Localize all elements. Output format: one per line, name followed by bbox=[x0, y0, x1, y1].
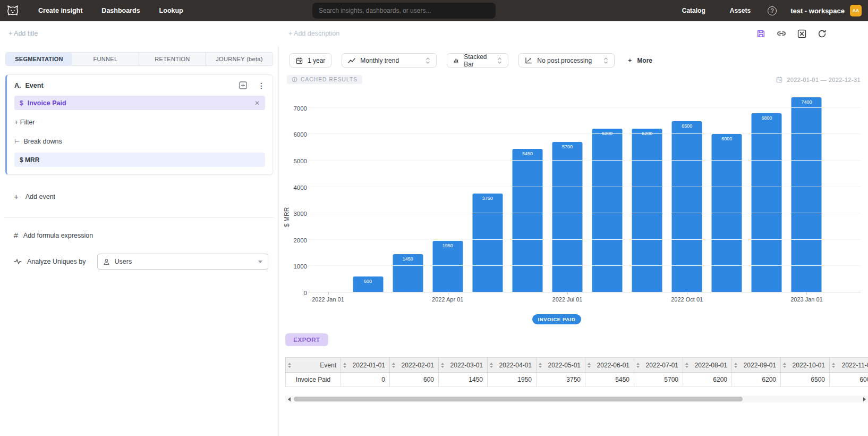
x-tick-mark bbox=[448, 292, 448, 295]
sort-icon[interactable] bbox=[490, 363, 493, 368]
nav-item-dashboards[interactable]: Dashboards bbox=[101, 7, 140, 14]
duplicate-event-icon[interactable] bbox=[239, 81, 247, 89]
table-cell-value: 5700 bbox=[634, 373, 683, 387]
table-header-2022-08-01[interactable]: 2022-08-01 bbox=[683, 358, 732, 373]
table-header-2022-03-01[interactable]: 2022-03-01 bbox=[439, 358, 488, 373]
bar-slot: 6000 bbox=[707, 90, 747, 292]
add-filter-button[interactable]: + Filter bbox=[14, 119, 265, 126]
chart-toolbar: 1 year Monthly trend Stacked Bar No post… bbox=[290, 53, 652, 68]
help-icon[interactable]: ? bbox=[768, 6, 777, 15]
tab-retention[interactable]: RETENTION bbox=[139, 53, 206, 65]
add-formula-label: Add formula expression bbox=[23, 232, 93, 239]
add-event-button[interactable]: + Add event bbox=[14, 192, 278, 201]
bar-slot: 600 bbox=[348, 90, 388, 292]
selected-event-row[interactable]: $ Invoice Paid ✕ bbox=[14, 96, 265, 110]
tab-journey[interactable]: JOURNEY (beta) bbox=[206, 53, 273, 65]
scroll-right-icon[interactable] bbox=[861, 397, 868, 401]
global-search-input[interactable] bbox=[312, 3, 496, 19]
nav-item-lookup[interactable]: Lookup bbox=[159, 7, 183, 14]
sort-icon[interactable] bbox=[832, 363, 835, 368]
more-options-button[interactable]: + More bbox=[628, 57, 652, 64]
save-icon[interactable] bbox=[756, 29, 765, 38]
sort-icon[interactable] bbox=[783, 363, 786, 368]
insight-header: + Add title + Add description bbox=[0, 21, 868, 46]
date-range-button[interactable]: 1 year bbox=[290, 53, 331, 68]
nav-item-create-insight[interactable]: Create insight bbox=[38, 7, 82, 14]
table-header-2022-01-01[interactable]: 2022-01-01 bbox=[341, 358, 390, 373]
chart-type-select[interactable]: Stacked Bar bbox=[447, 53, 508, 68]
breakdowns-button[interactable]: ⊢ Break downs bbox=[14, 138, 265, 145]
bar-value-label: 6500 bbox=[672, 123, 702, 129]
clear-icon[interactable] bbox=[797, 29, 806, 38]
event-menu-icon[interactable]: ⋮ bbox=[258, 82, 265, 89]
copy-link-icon[interactable] bbox=[777, 29, 786, 38]
table-header-2022-02-01[interactable]: 2022-02-01 bbox=[390, 358, 439, 373]
bar-2022-04-01[interactable]: 1950 bbox=[432, 241, 463, 292]
table-header-2022-11-01[interactable]: 2022-11-01 bbox=[830, 358, 868, 373]
bar-slot: 5700 bbox=[547, 90, 587, 292]
bar-slot: 6500 bbox=[667, 90, 707, 292]
table-header-event[interactable]: Event bbox=[286, 358, 341, 373]
chevron-down-icon bbox=[258, 261, 262, 263]
bar-2022-05-01[interactable]: 3750 bbox=[472, 194, 503, 292]
add-description-button[interactable]: + Add description bbox=[288, 30, 339, 37]
analyze-entity-select[interactable]: Users bbox=[97, 254, 268, 270]
scrollbar-thumb[interactable] bbox=[294, 397, 743, 401]
bar-2022-10-01[interactable]: 6500 bbox=[672, 121, 702, 292]
remove-event-icon[interactable]: ✕ bbox=[254, 99, 260, 107]
add-title-button[interactable]: + Add title bbox=[8, 30, 38, 37]
scrollbar-track[interactable] bbox=[293, 396, 861, 403]
post-processing-select[interactable]: No post processing bbox=[518, 53, 615, 68]
tab-segmentation[interactable]: SEGMENTATION bbox=[6, 53, 72, 65]
bar-slot: 1950 bbox=[428, 90, 467, 292]
bar-2022-03-01[interactable]: 1450 bbox=[393, 254, 423, 292]
tab-funnel[interactable]: FUNNEL bbox=[72, 53, 139, 65]
bar-2022-08-01[interactable]: 6200 bbox=[592, 129, 623, 292]
sort-icon[interactable] bbox=[288, 363, 291, 368]
cached-results-label: CACHED RESULTS bbox=[301, 77, 358, 82]
legend-item-invoice-paid[interactable]: INVOICE PAID bbox=[532, 314, 582, 324]
event-card: A. Event ⋮ $ Invoice Paid ✕ + Filter ⊢ B… bbox=[5, 74, 273, 175]
table-header-label: 2022-03-01 bbox=[450, 362, 483, 369]
sort-icon[interactable] bbox=[392, 363, 395, 368]
pulse-icon bbox=[14, 258, 22, 265]
table-header-2022-10-01[interactable]: 2022-10-01 bbox=[781, 358, 830, 373]
breakdown-metric-row[interactable]: $ MRR bbox=[14, 153, 265, 167]
bar-2023-01-01[interactable]: 7400 bbox=[792, 97, 822, 292]
add-formula-button[interactable]: # Add formula expression bbox=[14, 231, 278, 240]
bar-slot: 3750 bbox=[467, 90, 507, 292]
results-table: Event2022-01-012022-02-012022-03-012022-… bbox=[285, 357, 868, 387]
export-button[interactable]: EXPORT bbox=[285, 333, 328, 346]
avatar[interactable]: AA bbox=[850, 5, 862, 16]
x-tick-mark bbox=[567, 292, 568, 295]
table-header-2022-05-01[interactable]: 2022-05-01 bbox=[537, 358, 585, 373]
app-logo-cat-icon[interactable] bbox=[6, 5, 19, 16]
table-cell-event: Invoice Paid bbox=[286, 373, 341, 387]
refresh-icon[interactable] bbox=[818, 29, 827, 38]
bar-2022-06-01[interactable]: 5450 bbox=[512, 149, 542, 292]
sort-icon[interactable] bbox=[734, 363, 737, 368]
add-event-label: Add event bbox=[25, 193, 55, 200]
table-header-2022-04-01[interactable]: 2022-04-01 bbox=[488, 358, 537, 373]
nav-item-catalog[interactable]: Catalog bbox=[682, 7, 705, 14]
workspace-name[interactable]: test - workspace bbox=[790, 7, 845, 15]
table-header-2022-09-01[interactable]: 2022-09-01 bbox=[732, 358, 781, 373]
sort-icon[interactable] bbox=[636, 363, 640, 368]
nav-item-assets[interactable]: Assets bbox=[730, 7, 751, 14]
sort-icon[interactable] bbox=[685, 363, 688, 368]
sort-icon[interactable] bbox=[441, 363, 444, 368]
table-header-2022-06-01[interactable]: 2022-06-01 bbox=[585, 358, 634, 373]
bar-2022-02-01[interactable]: 600 bbox=[353, 276, 383, 292]
sort-icon[interactable] bbox=[343, 363, 346, 368]
table-header-2022-07-01[interactable]: 2022-07-01 bbox=[634, 358, 683, 373]
trend-select[interactable]: Monthly trend bbox=[342, 53, 437, 68]
x-tick-mark bbox=[687, 292, 687, 295]
table-header-label: 2022-09-01 bbox=[744, 362, 776, 369]
scroll-left-icon[interactable] bbox=[285, 397, 293, 401]
bar-slot: 7400 bbox=[787, 90, 827, 292]
bar-2022-07-01[interactable]: 5700 bbox=[552, 142, 583, 292]
bar-2022-09-01[interactable]: 6200 bbox=[632, 129, 662, 292]
analyze-uniques-row: Analyze Uniques by Users bbox=[14, 254, 278, 270]
sort-icon[interactable] bbox=[588, 363, 591, 368]
sort-icon[interactable] bbox=[539, 363, 542, 368]
